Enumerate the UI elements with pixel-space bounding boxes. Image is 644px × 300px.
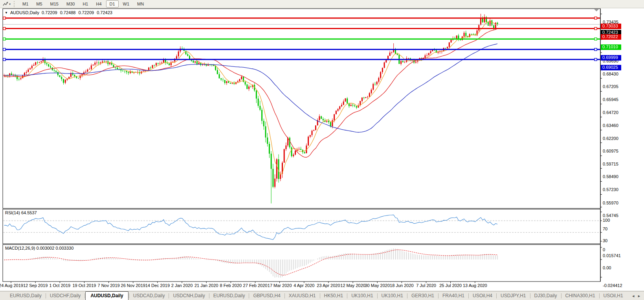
tab-separator [599,293,600,298]
symbol-tab-UK100-H1[interactable]: UK100,H1 [378,292,407,300]
symbol-tab-EURUSD-Daily[interactable]: EURUSD,Daily [210,292,249,300]
tab-separator [46,293,46,298]
symbol-tab-GBPUSD-H4[interactable]: GBPUSD,H4 [250,292,284,300]
chart-window: ▼ AUDUSD,Daily 0.72209 0.72488 0.72209 0… [0,8,644,291]
level-handle-right[interactable] [594,38,597,40]
symbol-tab-GER30-H1[interactable]: GER30,H1 [408,292,438,300]
level-handle-left[interactable] [3,28,6,30]
level-handle-right[interactable] [594,58,597,61]
tab-separator [209,293,209,298]
timeframe-button-H1[interactable]: H1 [79,0,92,7]
level-handle-left[interactable] [3,17,6,19]
panel-border-2 [3,245,600,282]
dropdown-caret-icon[interactable]: ▾ [9,2,11,6]
tab-separator [496,293,497,298]
panel-border-1 [3,209,600,244]
timeframe-button-M1[interactable]: M1 [19,0,32,7]
rsi-line [4,215,498,239]
symbol-tab-HK50-H1[interactable]: HK50,H1 [321,292,347,300]
symbol-tab-AUDUSD-Daily[interactable]: AUDUSD,Daily [85,291,128,300]
chart-canvas [0,8,644,291]
tab-separator [438,293,439,298]
timeframe-button-M5[interactable]: M5 [33,0,46,7]
tab-separator [468,293,469,298]
tab-separator [407,293,407,298]
tab-separator [284,293,285,298]
symbol-tab-XAUUSD-H1[interactable]: XAUUSD,H1 [285,292,319,300]
symbol-tab-bar: EURUSD,DailyUSDCHF,DailyAUDUSD,DailyUSDC… [0,291,644,300]
tab-separator [347,293,347,298]
moving-average-21 [4,29,498,157]
level-handle-right[interactable] [594,17,597,19]
moving-average-55 [4,44,498,132]
symbol-tab-USDJPY-H1[interactable]: USDJPY,H1 [497,292,529,300]
timeframe-button-M15[interactable]: M15 [47,0,62,7]
tab-scroll-arrows: ◄► [631,294,644,300]
timeframe-button-W1[interactable]: W1 [119,0,133,7]
timeframe-button-MN[interactable]: MN [134,0,147,7]
chart-pointer-icon [3,1,9,7]
symbol-tab-USOil-H1[interactable]: USOil,H1 [600,292,627,300]
symbol-tab-USOil-H4[interactable]: USOil,H4 [469,292,496,300]
symbol-tab-UK100-H1[interactable]: UK100,H1 [348,292,376,300]
tab-separator [561,293,561,298]
symbol-tab-DJ30-Daily[interactable]: DJ30,Daily [531,292,561,300]
symbol-tab-USDCHF-Daily[interactable]: USDCHF,Daily [46,292,84,300]
symbol-tab-EURUSD-Daily[interactable]: EURUSD,Daily [6,292,45,300]
timeframe-button-M30[interactable]: M30 [63,0,78,7]
level-handle-left[interactable] [3,58,6,61]
symbol-tab-USDCNH-Daily[interactable]: USDCNH,Daily [169,292,208,300]
tab-scroll-left-icon[interactable]: ◄ [631,294,635,298]
symbol-tab-FRA40-H1[interactable]: FRA40,H1 [439,292,468,300]
toolbar-grip [14,1,16,7]
symbol-tab-USDCAD-Daily[interactable]: USDCAD,Daily [130,292,169,300]
level-handle-right[interactable] [594,48,597,51]
tab-separator [530,293,530,298]
trading-terminal: { "toolbar": { "pointer_tool_icon": "cha… [0,0,644,300]
moving-average-6 [4,21,498,174]
timeframe-button-H4[interactable]: H4 [92,0,105,7]
chart-pointer-tool[interactable]: ▾ [2,1,12,7]
tab-separator [377,293,378,298]
tab-separator [320,293,320,298]
tab-separator [169,293,169,298]
tab-separator [249,293,249,298]
timeframe-buttons: M1M5M15M30H1H4D1W1MN [19,0,147,7]
autoscroll-marker-icon [594,9,599,11]
level-handle-left[interactable] [3,38,6,40]
level-handle-left[interactable] [3,48,6,51]
tab-separator [84,293,85,298]
top-toolbar: ▾ M1M5M15M30H1H4D1W1MN [0,0,644,8]
symbol-tab-CHINA300-H1[interactable]: CHINA300,H1 [562,292,599,300]
tab-scroll-right-icon[interactable]: ► [637,294,641,298]
tab-separator [129,293,129,298]
candlestick-series [4,14,498,203]
timeframe-button-D1[interactable]: D1 [106,0,119,7]
level-handle-right[interactable] [594,28,597,30]
